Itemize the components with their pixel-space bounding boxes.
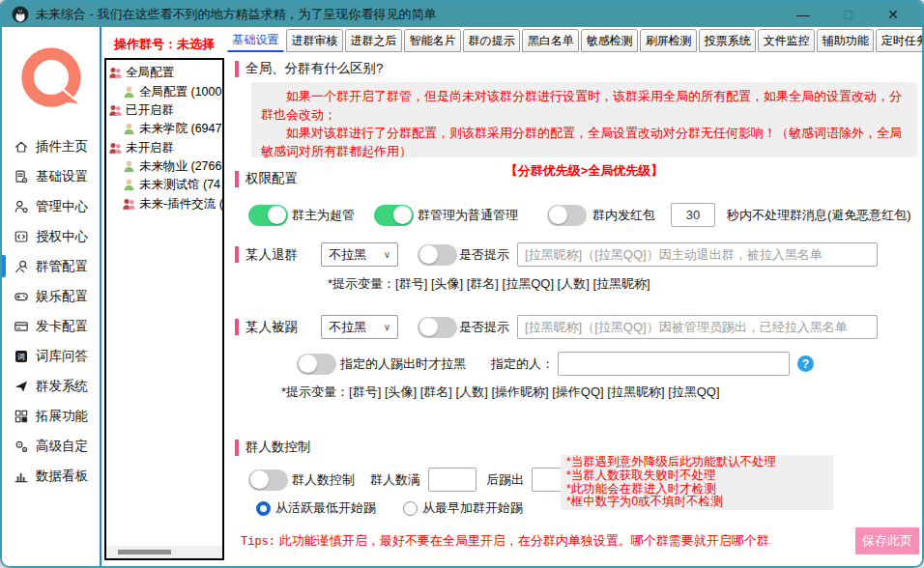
person-icon bbox=[122, 85, 136, 99]
toggle-label: 群主为超管 bbox=[292, 207, 355, 224]
sidebar-item-lexicon-qa[interactable]: 词 词库问答 bbox=[2, 341, 100, 371]
leave-message-input[interactable] bbox=[517, 242, 878, 267]
sidebar-item-basic-settings[interactable]: 基础设置 bbox=[2, 161, 100, 191]
sidebar-item-plugin-home[interactable]: 插件主页 bbox=[2, 131, 100, 161]
tree-item-future-plugin-exchange[interactable]: 未来-插件交流 ( bbox=[108, 195, 222, 213]
tree-item-global-config[interactable]: 全局配置 (1000 bbox=[108, 82, 222, 100]
tips-text: 此功能谨慎开启，最好不要在全局里开启，在分群内单独设置。哪个群需要就开启哪个群 bbox=[275, 533, 769, 548]
specified-person-toggle[interactable] bbox=[297, 354, 336, 375]
basic-settings-page: 全局、分群有什么区别? 如果一个群开启了群管，但是尚未对该群分群进行设置时，该群… bbox=[227, 52, 922, 566]
sidebar-item-data-dashboard[interactable]: 数据看板 bbox=[2, 461, 100, 491]
member-count-toggle[interactable] bbox=[248, 469, 288, 491]
section-accent-bar bbox=[235, 319, 239, 335]
help-icon[interactable]: ? bbox=[797, 355, 814, 372]
section-permission-config: 权限配置 bbox=[235, 170, 298, 187]
gamepad-icon bbox=[13, 288, 29, 304]
section-title: 群人数控制 bbox=[245, 439, 311, 456]
tab-vote-system[interactable]: 投票系统 bbox=[699, 29, 756, 52]
tree-item-enabled-groups[interactable]: 已开启群 bbox=[108, 101, 222, 120]
tree-item-future-academy[interactable]: 未来学院 (6947 bbox=[108, 120, 222, 138]
kick-message-input[interactable] bbox=[517, 315, 878, 339]
select-value: 不拉黑 bbox=[329, 319, 366, 336]
kick-order-radio-row: 从活跃最低开始踢 从最早加群开始踢 bbox=[256, 499, 523, 517]
tab-flood-detect[interactable]: 刷屏检测 bbox=[640, 29, 697, 52]
sidebar-item-expansion-features[interactable]: 拓展功能 bbox=[2, 401, 100, 431]
tab-file-monitor[interactable]: 文件监控 bbox=[758, 29, 815, 52]
tree-item-disabled-groups[interactable]: 未开启群 bbox=[108, 139, 222, 157]
operating-group-status: 操作群号：未选择 bbox=[104, 29, 224, 58]
tab-scheduled-tasks[interactable]: 定时任务 bbox=[876, 29, 924, 52]
sidebar-item-label: 发卡配置 bbox=[36, 318, 88, 335]
tree-item-label: 全局配置 bbox=[126, 65, 174, 81]
group-tree-list: 全局配置 全局配置 (1000 已开启群 未来学院 (6947 bbox=[106, 60, 222, 546]
sidebar-item-label: 授权中心 bbox=[36, 228, 88, 245]
sidebar-item-advanced-custom[interactable]: 高级自定 bbox=[2, 431, 100, 461]
maximize-button[interactable]: □ bbox=[845, 8, 852, 21]
kick-notify-toggle[interactable] bbox=[418, 317, 457, 338]
section-title: 全局、分群有什么区别? bbox=[245, 60, 384, 77]
section-title: 某人退群 bbox=[245, 246, 298, 264]
tab-sensitive-detect[interactable]: 敏感检测 bbox=[581, 29, 638, 52]
tab-join-review[interactable]: 进群审核 bbox=[286, 29, 343, 52]
tree-item-future-property[interactable]: 未来物业 (2766 bbox=[108, 157, 222, 176]
code-box-icon bbox=[13, 228, 29, 244]
toggle-label: 群人数控制 bbox=[292, 471, 355, 489]
section-global-vs-group: 全局、分群有什么区别? bbox=[235, 60, 384, 77]
sidebar-item-group-manage-config[interactable]: 群管配置 bbox=[2, 251, 100, 281]
section-accent-bar bbox=[235, 440, 239, 456]
group-tree-panel: 操作群号：未选择 全局配置 全局配置 (1000 已开启群 bbox=[101, 27, 227, 566]
bar-chart-icon bbox=[13, 468, 29, 484]
save-page-button[interactable]: 保存此页 bbox=[855, 527, 919, 554]
radio-lowest-activity[interactable] bbox=[256, 501, 271, 516]
leave-blacklist-select[interactable]: 不拉黑 ∨ bbox=[321, 242, 398, 267]
group-tree-box: 全局配置 全局配置 (1000 已开启群 未来学院 (6947 bbox=[104, 58, 224, 560]
toggle-label: 群内发红包 bbox=[592, 207, 655, 224]
leave-notify-toggle[interactable] bbox=[418, 244, 457, 266]
select-value: 不拉黑 bbox=[329, 246, 366, 264]
sidebar-item-label: 群管配置 bbox=[36, 258, 88, 275]
chevron-down-icon: ∨ bbox=[384, 249, 390, 260]
tab-smart-card[interactable]: 智能名片 bbox=[404, 29, 461, 52]
section-member-count-control: 群人数控制 bbox=[235, 439, 311, 456]
sidebar-item-auth-center[interactable]: 授权中心 bbox=[2, 221, 100, 251]
specified-person-label: 指定的人： bbox=[491, 355, 554, 373]
sidebar-item-label: 基础设置 bbox=[36, 168, 88, 185]
close-button[interactable]: ✕ bbox=[887, 8, 899, 21]
person-icon bbox=[122, 159, 136, 174]
admin-normal-manage-toggle[interactable] bbox=[374, 205, 414, 226]
sidebar-item-admin-center[interactable]: 管理中心 bbox=[2, 191, 100, 221]
app-window: 未来综合 - 我们在这些看不到的地方精益求精，为了呈现你看得见的简单 — □ ✕… bbox=[0, 0, 924, 568]
tab-bar: 基础设置 进群审核 进群之后 智能名片 群の提示 黑白名单 敏感检测 刷屏检测 … bbox=[227, 29, 922, 52]
kick-blacklist-select[interactable]: 不拉黑 ∨ bbox=[321, 315, 398, 339]
tree-item-label: 未开启群 bbox=[126, 140, 174, 156]
tab-black-white-list[interactable]: 黑白名单 bbox=[522, 29, 579, 52]
grid-icon bbox=[13, 408, 29, 424]
note-line: *当群遇到意外降级后此功能默认不处理 bbox=[566, 456, 827, 469]
card-icon bbox=[13, 318, 29, 334]
note-line: *当群人数获取失败时不处理 bbox=[566, 469, 827, 483]
tab-after-join[interactable]: 进群之后 bbox=[345, 29, 402, 52]
page-tips: Tips: 此功能谨慎开启，最好不要在全局里开启，在分群内单独设置。哪个群需要就… bbox=[241, 532, 769, 550]
red-packet-toggle[interactable] bbox=[547, 205, 587, 226]
note-line: *框中数字为0或不填时不检测 bbox=[566, 496, 827, 509]
count-full-input[interactable] bbox=[428, 468, 476, 492]
tab-group-tips[interactable]: 群の提示 bbox=[463, 29, 520, 52]
tab-auxiliary-features[interactable]: 辅助功能 bbox=[817, 29, 874, 52]
member-count-notes: *当群遇到意外降级后此功能默认不处理 *当群人数获取失败时不处理 *此功能会在群… bbox=[561, 455, 833, 510]
sidebar-item-mass-send-system[interactable]: 群发系统 bbox=[2, 371, 100, 401]
horizontal-scrollbar[interactable] bbox=[106, 546, 222, 558]
tree-item-global-config-root[interactable]: 全局配置 bbox=[108, 64, 222, 82]
scrollbar-thumb[interactable] bbox=[118, 550, 171, 554]
info-line-1: 如果一个群开启了群管，但是尚未对该群分群进行设置时，该群采用全局的所有配置，如果… bbox=[261, 87, 908, 124]
red-packet-delay-input[interactable] bbox=[671, 203, 715, 227]
tree-item-future-test-hall[interactable]: 未来测试馆 (74 bbox=[108, 176, 222, 194]
sidebar-item-entertainment-config[interactable]: 娱乐配置 bbox=[2, 281, 100, 311]
specified-person-input[interactable] bbox=[558, 352, 790, 376]
radio-earliest-joined[interactable] bbox=[403, 501, 418, 516]
gears-icon bbox=[13, 438, 29, 454]
sidebar-item-card-config[interactable]: 发卡配置 bbox=[2, 311, 100, 341]
minimize-button[interactable]: — bbox=[796, 8, 810, 21]
toggle-label: 指定的人踢出时才拉黑 bbox=[340, 355, 466, 373]
tab-basic-settings[interactable]: 基础设置 bbox=[227, 29, 284, 52]
owner-super-admin-toggle[interactable] bbox=[248, 205, 288, 226]
